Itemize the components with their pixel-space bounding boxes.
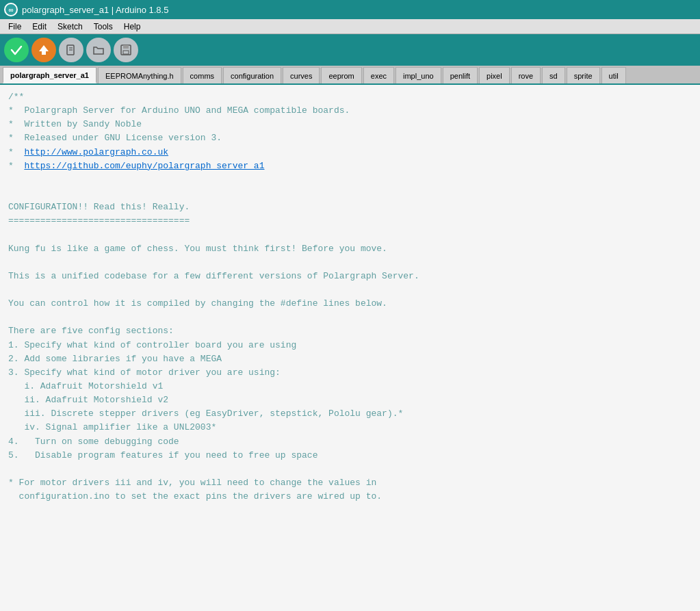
code-line-ii: ii. Adafruit Motorshield v2 <box>8 395 168 405</box>
app-logo: ∞ <box>4 3 18 16</box>
svg-marker-0 <box>39 45 49 55</box>
tab-polargraph-server[interactable]: polargraph_server_a1 <box>3 67 96 83</box>
menu-bar: File Edit Sketch Tools Help <box>0 19 700 34</box>
menu-edit[interactable]: Edit <box>27 21 52 33</box>
menu-sketch[interactable]: Sketch <box>52 21 88 33</box>
code-line-2: * Polargraph Server for Arduino UNO and … <box>8 105 350 116</box>
title-bar: ∞ polargraph_server_a1 | Arduino 1.8.5 <box>0 0 700 19</box>
menu-help[interactable]: Help <box>118 21 146 33</box>
code-line-unified: This is a unified codebase for a few dif… <box>8 271 419 281</box>
upload-button[interactable] <box>31 38 56 62</box>
verify-button[interactable] <box>4 38 29 62</box>
tabs-bar: polargraph_server_a1 EEPROMAnything.h co… <box>0 66 700 85</box>
link-polargraph[interactable]: http://www.polargraph.co.uk <box>24 147 168 157</box>
tab-configuration[interactable]: configuration <box>223 67 281 83</box>
code-line-1-spec: 1. Specify what kind of controller board… <box>8 340 296 350</box>
code-line-i: i. Adafruit Motorshield v1 <box>8 381 163 391</box>
code-line-5: * http://www.polargraph.co.uk <box>8 147 168 157</box>
code-line-divider: ================================== <box>8 216 190 226</box>
tab-exec[interactable]: exec <box>363 67 394 83</box>
tab-curves[interactable]: curves <box>283 67 320 83</box>
code-line-config-note: configuration.ino to set the exact pins … <box>8 491 382 502</box>
tab-sd[interactable]: sd <box>542 67 565 83</box>
tab-rove[interactable]: rove <box>511 67 541 83</box>
menu-file[interactable]: File <box>3 21 27 33</box>
tab-comms[interactable]: comms <box>183 67 222 83</box>
code-line-4: * Released under GNU License version 3. <box>8 133 222 143</box>
code-line-3: * Written by Sandy Noble <box>8 119 142 129</box>
svg-rect-5 <box>123 45 129 49</box>
code-line-6: * https://github.com/euphy/polargraph_se… <box>8 161 264 171</box>
svg-rect-6 <box>123 51 129 54</box>
code-line-control: You can control how it is compiled by ch… <box>8 298 387 309</box>
tab-util[interactable]: util <box>601 67 626 83</box>
tab-eeprom-anything[interactable]: EEPROMAnything.h <box>98 67 181 83</box>
code-line-iv: iv. Signal amplifier like a UNL2003* <box>8 422 216 432</box>
open-button[interactable] <box>86 38 111 62</box>
code-line-3-spec: 3. Specify what kind of motor driver you… <box>8 367 281 378</box>
new-button[interactable] <box>59 38 83 62</box>
menu-tools[interactable]: Tools <box>88 21 118 33</box>
code-line-iii: iii. Discrete stepper drivers (eg EasyDr… <box>8 408 403 419</box>
code-line-1: /** <box>8 92 24 102</box>
window-title: polargraph_server_a1 | Arduino 1.8.5 <box>22 5 168 15</box>
code-line-4: 4. Turn on some debugging code <box>8 437 179 447</box>
link-github[interactable]: https://github.com/euphy/polargraph_serv… <box>24 161 264 171</box>
code-editor[interactable]: /** * Polargraph Server for Arduino UNO … <box>0 85 700 611</box>
code-line-config-header: CONFIGURATION!! Read this! Really. <box>8 202 190 212</box>
tab-sprite[interactable]: sprite <box>567 67 600 83</box>
save-button[interactable] <box>114 38 138 62</box>
tab-penlift[interactable]: penlift <box>443 67 478 83</box>
toolbar <box>0 34 700 66</box>
code-line-motor-note: * For motor drivers iii and iv, you will… <box>8 478 376 488</box>
code-line-kungfu: Kung fu is like a game of chess. You mus… <box>8 244 387 254</box>
tab-eeprom[interactable]: eeprom <box>321 67 361 83</box>
code-line-five: There are five config sections: <box>8 326 174 336</box>
tab-pixel[interactable]: pixel <box>479 67 510 83</box>
code-line-2-add: 2. Add some libraries if you have a MEGA <box>8 354 222 364</box>
code-line-5: 5. Disable program features if you need … <box>8 450 317 460</box>
tab-impl-uno[interactable]: impl_uno <box>396 67 441 83</box>
